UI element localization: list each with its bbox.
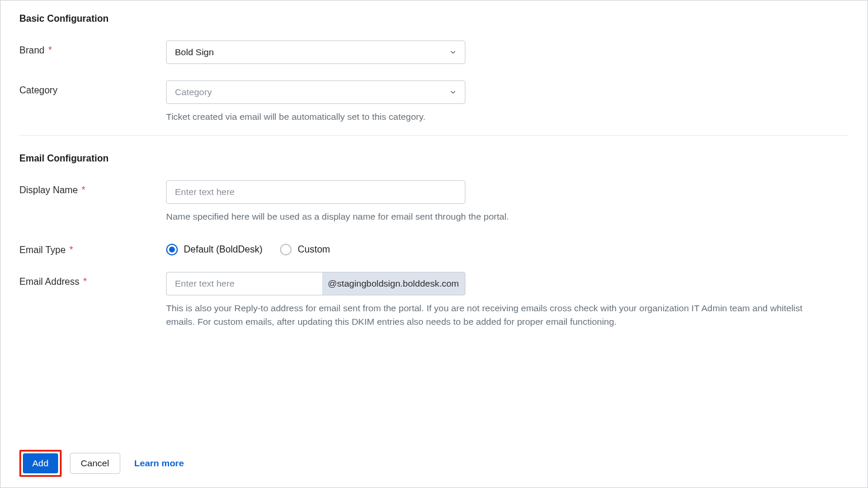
email-address-row: Email Address * @stagingboldsign.bolddes… — [19, 272, 849, 329]
email-type-radio-group: Default (BoldDesk) Custom — [166, 240, 849, 255]
add-button-highlight: Add — [19, 450, 62, 477]
email-address-help-text: This is also your Reply-to address for e… — [166, 301, 829, 329]
required-mark: * — [69, 245, 73, 255]
add-button[interactable]: Add — [23, 453, 58, 473]
email-type-default-label: Default (BoldDesk) — [184, 244, 262, 255]
required-mark: * — [48, 45, 52, 55]
category-row: Category Category Ticket created via ema… — [19, 80, 849, 123]
display-name-input[interactable] — [166, 180, 465, 204]
brand-label: Brand — [19, 45, 45, 55]
radio-unchecked-icon — [280, 244, 292, 255]
email-type-custom-label: Custom — [298, 244, 330, 255]
section-divider — [19, 135, 849, 136]
display-name-help-text: Name specified here will be used as a di… — [166, 210, 849, 223]
display-name-label: Display Name — [19, 185, 78, 195]
email-type-row: Email Type * Default (BoldDesk) Custom — [19, 240, 849, 255]
form-footer: Add Cancel Learn more — [19, 450, 849, 477]
category-help-text: Ticket created via email will be automat… — [166, 110, 849, 123]
email-config-title: Email Configuration — [19, 153, 849, 164]
cancel-button[interactable]: Cancel — [70, 453, 120, 474]
required-mark: * — [83, 277, 87, 287]
email-address-group: @stagingboldsign.bolddesk.com — [166, 272, 465, 295]
config-form-panel: Basic Configuration Brand * Bold Sign — [0, 0, 868, 488]
brand-select[interactable]: Bold Sign — [166, 41, 465, 64]
learn-more-link[interactable]: Learn more — [134, 458, 184, 469]
category-select[interactable]: Category — [166, 80, 465, 104]
basic-config-title: Basic Configuration — [19, 14, 849, 24]
brand-select-value: Bold Sign — [175, 47, 214, 58]
category-select-placeholder: Category — [175, 87, 212, 97]
email-type-custom-radio[interactable]: Custom — [280, 244, 330, 255]
email-type-label: Email Type — [19, 245, 66, 255]
email-type-default-radio[interactable]: Default (BoldDesk) — [166, 244, 262, 255]
email-address-input[interactable] — [166, 272, 322, 295]
category-label: Category — [19, 85, 58, 95]
radio-checked-icon — [166, 244, 178, 255]
display-name-row: Display Name * Name specified here will … — [19, 180, 849, 223]
form-content: Basic Configuration Brand * Bold Sign — [19, 14, 849, 450]
brand-row: Brand * Bold Sign — [19, 41, 849, 64]
required-mark: * — [82, 185, 85, 195]
email-address-suffix: @stagingboldsign.bolddesk.com — [322, 272, 465, 295]
email-address-label: Email Address — [19, 277, 79, 287]
